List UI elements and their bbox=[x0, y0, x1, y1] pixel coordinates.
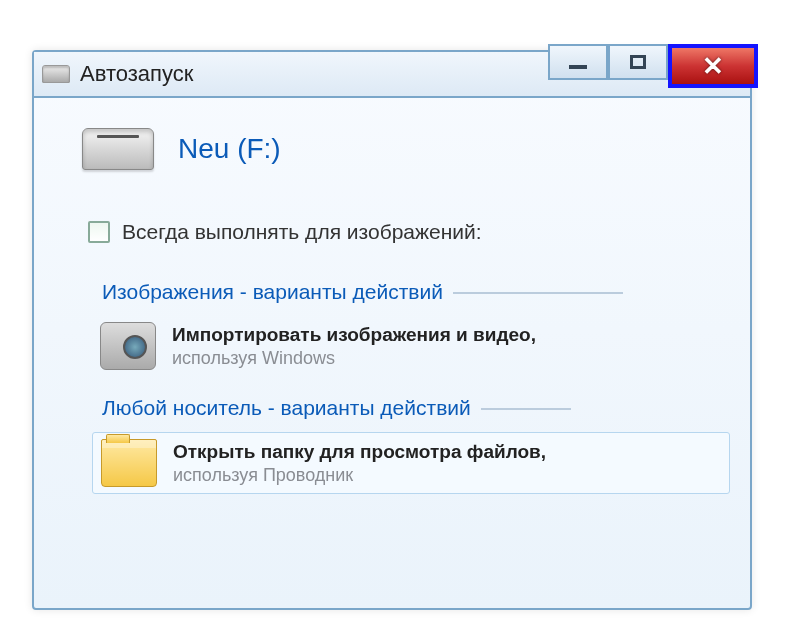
action-text: Открыть папку для просмотра файлов, испо… bbox=[173, 441, 546, 486]
always-do-label: Всегда выполнять для изображений: bbox=[122, 220, 482, 244]
action-text: Импортировать изображения и видео, испол… bbox=[172, 324, 536, 369]
titlebar[interactable]: Автозапуск ✕ bbox=[34, 52, 750, 98]
action-open-folder[interactable]: Открыть папку для просмотра файлов, испо… bbox=[92, 432, 730, 494]
action-import-images[interactable]: Импортировать изображения и видео, испол… bbox=[92, 316, 730, 376]
action-subtitle: используя Windows bbox=[172, 348, 536, 369]
maximize-button[interactable] bbox=[608, 44, 668, 80]
drive-icon bbox=[82, 128, 154, 170]
minimize-icon bbox=[569, 65, 587, 69]
section-heading-anymedia: Любой носитель - варианты действий bbox=[102, 396, 730, 420]
autoplay-dialog: Автозапуск ✕ Neu (F:) Всегда выполнять д… bbox=[32, 50, 752, 610]
action-title: Открыть папку для просмотра файлов, bbox=[173, 441, 546, 463]
close-button[interactable]: ✕ bbox=[668, 44, 758, 88]
always-do-row[interactable]: Всегда выполнять для изображений: bbox=[88, 220, 730, 244]
drive-header: Neu (F:) bbox=[82, 128, 730, 170]
action-subtitle: используя Проводник bbox=[173, 465, 546, 486]
folder-icon bbox=[101, 439, 157, 487]
minimize-button[interactable] bbox=[548, 44, 608, 80]
close-icon: ✕ bbox=[702, 51, 724, 82]
action-title: Импортировать изображения и видео, bbox=[172, 324, 536, 346]
maximize-icon bbox=[630, 55, 646, 69]
camera-icon bbox=[100, 322, 156, 370]
drive-icon-small bbox=[42, 65, 70, 83]
dialog-content: Neu (F:) Всегда выполнять для изображени… bbox=[34, 98, 750, 524]
drive-label: Neu (F:) bbox=[178, 133, 281, 165]
window-title: Автозапуск bbox=[80, 61, 193, 87]
always-do-checkbox[interactable] bbox=[88, 221, 110, 243]
section-heading-images: Изображения - варианты действий bbox=[102, 280, 730, 304]
window-controls: ✕ bbox=[548, 44, 758, 88]
